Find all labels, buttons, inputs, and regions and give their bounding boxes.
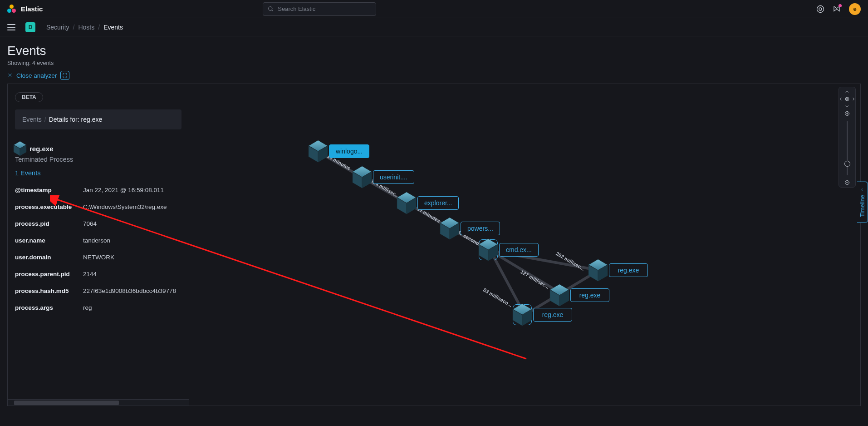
node-reg-selected[interactable]: reg.exe	[515, 307, 572, 323]
node-reg-2[interactable]: reg.exe	[552, 287, 609, 303]
search-placeholder: Search Elastic	[278, 5, 315, 12]
cube-icon	[552, 287, 567, 303]
node-label: winlogo...	[329, 144, 369, 158]
zoom-control[interactable]	[839, 87, 856, 188]
node-label: reg.exe	[570, 288, 609, 302]
node-userinit[interactable]: userinit....	[355, 169, 414, 185]
brand-name: Elastic	[21, 5, 43, 13]
node-label: reg.exe	[609, 263, 648, 277]
process-cube-icon	[15, 143, 25, 154]
breadcrumb-security[interactable]: Security	[46, 24, 69, 31]
cube-icon	[311, 143, 325, 159]
field-value: reg	[83, 304, 182, 311]
notification-dot-icon	[839, 4, 842, 7]
svg-point-0	[269, 6, 272, 10]
timeline-label: Timeline	[859, 195, 866, 217]
cube-icon	[399, 195, 414, 211]
svg-point-2	[817, 5, 824, 12]
process-status: Terminated Process	[15, 156, 189, 163]
field-value: 7064	[83, 220, 182, 227]
field-key: process.parent.pid	[15, 271, 83, 277]
process-name: reg.exe	[29, 145, 54, 153]
node-label: explorer...	[417, 196, 459, 210]
chevron-left-icon	[860, 188, 865, 192]
page-subtitle: Showing: 4 events	[7, 60, 861, 66]
newsfeed-icon[interactable]	[833, 5, 841, 13]
chevron-down-icon[interactable]	[844, 104, 850, 109]
menu-toggle-icon[interactable]	[7, 24, 15, 30]
field-key: user.domain	[15, 254, 83, 261]
help-icon[interactable]	[816, 5, 824, 13]
global-search-input[interactable]: Search Elastic	[263, 2, 376, 16]
close-analyzer-label: Close analyzer	[16, 72, 57, 79]
panel-breadcrumb: Events/Details for: reg.exe	[15, 109, 181, 129]
cube-icon	[355, 169, 369, 185]
field-key: @timestamp	[15, 187, 83, 193]
node-reg-1[interactable]: reg.exe	[591, 262, 648, 278]
field-key: user.name	[15, 237, 83, 244]
search-icon	[268, 6, 274, 12]
node-explorer[interactable]: explorer...	[399, 195, 459, 211]
node-winlogon[interactable]: winlogo...	[311, 143, 369, 159]
breadcrumb: Security / Hosts / Events	[46, 24, 123, 31]
fullscreen-button[interactable]	[60, 71, 69, 80]
field-value: 2144	[83, 271, 182, 277]
events-count-link[interactable]: 1 Events	[15, 169, 189, 177]
analyzer-panel: BETA Events/Details for: reg.exe reg.exe…	[7, 84, 861, 406]
analyzer-controls: Close analyzer	[0, 71, 868, 84]
space-selector[interactable]: D	[25, 22, 35, 32]
center-icon[interactable]	[844, 96, 850, 102]
node-cmd[interactable]: cmd.ex...	[481, 242, 539, 258]
fullscreen-icon	[62, 73, 68, 78]
close-analyzer-button[interactable]: Close analyzer	[7, 72, 57, 79]
process-tree-graph[interactable]: 10 minutes 184 millisec... 17 minutes 47…	[189, 84, 860, 406]
node-label: cmd.ex...	[499, 243, 539, 257]
node-label: powers...	[461, 222, 500, 235]
breadcrumb-hosts[interactable]: Hosts	[78, 24, 94, 31]
cube-icon	[481, 242, 495, 258]
field-key: process.executable	[15, 203, 83, 210]
field-value: 227f63e1d9008b36bdbcc4b39778	[83, 287, 182, 294]
svg-point-3	[819, 8, 822, 10]
details-sidebar: BETA Events/Details for: reg.exe reg.exe…	[8, 84, 189, 406]
field-value: NETWORK	[83, 254, 182, 261]
page-title: Events	[7, 44, 861, 58]
field-key: process.args	[15, 304, 83, 311]
zoom-in-icon[interactable]	[844, 111, 850, 116]
user-avatar[interactable]: e	[849, 3, 861, 15]
cube-icon	[515, 307, 530, 323]
panel-crumb-current: Details for: reg.exe	[49, 116, 103, 123]
top-bar: Elastic Search Elastic e	[0, 0, 868, 18]
node-label: reg.exe	[533, 308, 572, 322]
page-header: Events Showing: 4 events	[0, 36, 868, 71]
chevron-left-icon[interactable]	[838, 96, 843, 102]
field-value: C:\Windows\System32\reg.exe	[83, 203, 182, 210]
sidebar-horizontal-scrollbar[interactable]	[8, 399, 189, 406]
field-value: tanderson	[83, 237, 182, 244]
field-key: process.pid	[15, 220, 83, 227]
field-value: Jan 22, 2021 @ 16:59:08.011	[83, 187, 182, 193]
nav-row: D Security / Hosts / Events	[0, 18, 868, 36]
node-powershell[interactable]: powers...	[442, 220, 500, 237]
svg-point-14	[845, 97, 849, 101]
breadcrumb-events: Events	[103, 24, 123, 31]
node-label: userinit....	[373, 170, 414, 184]
close-icon	[7, 73, 13, 78]
beta-badge: BETA	[15, 92, 43, 102]
process-fields-table: @timestampJan 22, 2021 @ 16:59:08.011 pr…	[15, 187, 189, 311]
field-key: process.hash.md5	[15, 287, 83, 294]
cube-icon	[442, 220, 457, 237]
timeline-flyout-tab[interactable]: Timeline	[857, 182, 868, 223]
chevron-right-icon[interactable]	[851, 96, 856, 102]
svg-point-15	[847, 99, 848, 100]
zoom-slider[interactable]	[847, 121, 848, 175]
panel-crumb-events[interactable]: Events	[22, 116, 42, 123]
zoom-out-icon[interactable]	[844, 180, 850, 185]
elastic-logo-icon	[7, 5, 16, 14]
chevron-up-icon[interactable]	[844, 89, 850, 94]
svg-line-1	[272, 10, 273, 11]
cube-icon	[591, 262, 605, 278]
